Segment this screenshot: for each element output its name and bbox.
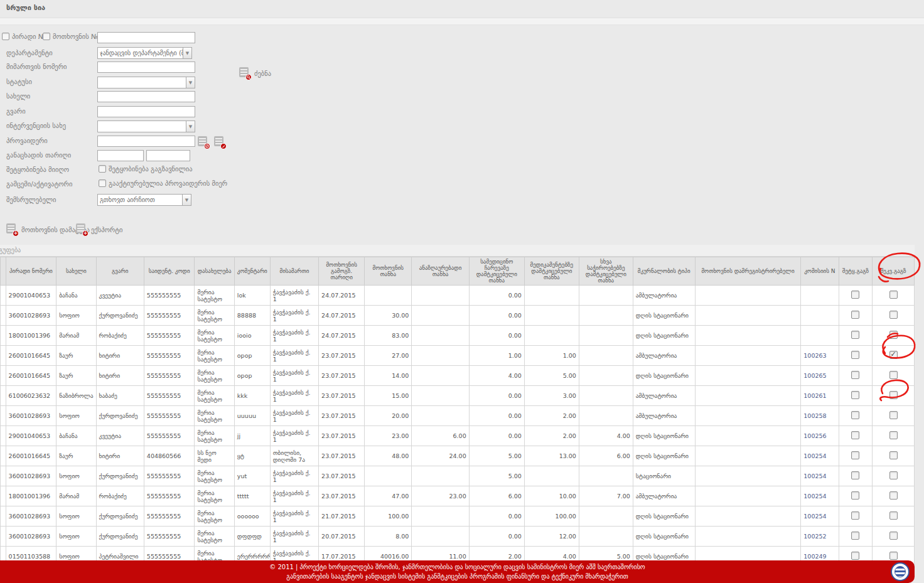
notif-sent-checkbox[interactable] bbox=[851, 331, 859, 339]
cell-code: 555555555 bbox=[144, 306, 195, 326]
column-header[interactable]: კომენტარი bbox=[234, 257, 270, 286]
executor-select[interactable]: გთხოვთ აირჩიოთ ▼ bbox=[97, 194, 191, 206]
table-row[interactable]: 29001040653ბაჩანაკვეუტია555555555მერია ს… bbox=[1, 426, 915, 446]
activated-by-provider-checkbox[interactable] bbox=[99, 179, 106, 187]
last-name-input[interactable] bbox=[97, 106, 195, 117]
footer: © 2011 | პროექტი ხორციელდება შრომის, ჯან… bbox=[0, 560, 915, 583]
cell-org: მერია სატესტო bbox=[195, 486, 234, 506]
column-header[interactable]: შეკვ.გაგზ bbox=[873, 257, 915, 286]
notif-sent-checkbox[interactable] bbox=[851, 431, 859, 439]
notif-sent-checkbox[interactable] bbox=[851, 351, 859, 359]
grid-group-bar[interactable]: ჯგუფება bbox=[0, 245, 915, 257]
order-sent-checkbox[interactable] bbox=[889, 311, 898, 319]
notif-sent-checkbox[interactable] bbox=[851, 491, 859, 500]
column-header[interactable]: კომისიის N bbox=[801, 257, 839, 286]
order-sent-checkbox[interactable] bbox=[889, 351, 898, 359]
notification-sent-checkbox[interactable] bbox=[99, 165, 106, 173]
order-sent-checkbox[interactable] bbox=[889, 451, 898, 459]
order-sent-checkbox[interactable] bbox=[889, 532, 898, 540]
column-header[interactable]: სხვა საჭიროებებზე დამტკიცებული თანხა bbox=[579, 257, 633, 286]
notif-sent-checkbox[interactable] bbox=[851, 411, 859, 419]
order-sent-checkbox[interactable] bbox=[889, 431, 898, 439]
intervention-type-select[interactable]: ▼ bbox=[97, 120, 195, 132]
table-row[interactable]: 18001001396მარიამრობაქიძე555555555მერია … bbox=[1, 326, 915, 346]
request-no-checkbox-label[interactable]: მოთხოვნის № bbox=[43, 33, 98, 40]
notif-sent-checkbox[interactable] bbox=[851, 552, 859, 560]
column-header[interactable]: სამედიცინო ჩარევაზე დამტკიცებული თანხა bbox=[469, 257, 524, 286]
status-select[interactable]: ▼ bbox=[97, 77, 195, 88]
cell-comment: lok bbox=[234, 286, 270, 306]
department-select[interactable]: ჯანდაცვის დეპარტამენტი (მერ ▼ bbox=[97, 47, 192, 59]
provider-input[interactable] bbox=[97, 136, 195, 147]
notif-sent-checkbox[interactable] bbox=[851, 391, 859, 399]
cell-medical: 4.00 bbox=[469, 366, 524, 386]
table-row[interactable]: 26001016645ზაურხიტირი404860566სს ნეო მედ… bbox=[1, 446, 915, 466]
column-header[interactable]: პირადი ნომერი bbox=[6, 257, 56, 286]
table-row[interactable]: 26001016645ზაურხიტირი555555555მერია სატე… bbox=[1, 366, 915, 386]
column-header[interactable]: მისამართი bbox=[270, 257, 318, 286]
column-header[interactable]: მოთხოვნის დამრეგისტრირებელი bbox=[695, 257, 801, 286]
order-sent-checkbox[interactable] bbox=[889, 511, 898, 520]
personal-no-checkbox[interactable] bbox=[2, 33, 9, 40]
table-row[interactable]: 61006023632ნაზიბროლახაბაძე555555555მერია… bbox=[1, 386, 915, 406]
notification-sent-checkbox-label[interactable]: შეტყობინება გაგზავნილია bbox=[99, 165, 193, 173]
table-row[interactable]: 18001001396მარიამრობაქიძე555555555მერია … bbox=[1, 486, 915, 506]
order-sent-checkbox[interactable] bbox=[889, 471, 898, 479]
table-row[interactable]: 36001028693სოფიოქურდოვანიძე555555555მერი… bbox=[1, 466, 915, 486]
cell-order-sent-checkbox bbox=[873, 386, 915, 406]
column-header[interactable]: დასახელება bbox=[195, 257, 234, 286]
order-sent-checkbox[interactable] bbox=[889, 391, 898, 399]
application-date-from-input[interactable] bbox=[97, 150, 144, 161]
column-header[interactable]: საიდენტ. კოდი bbox=[144, 257, 195, 286]
notif-sent-checkbox[interactable] bbox=[851, 371, 859, 379]
column-header[interactable]: გვარი bbox=[96, 257, 144, 286]
cell-comment: kkk bbox=[234, 386, 270, 406]
chevron-down-icon: ▼ bbox=[182, 195, 191, 205]
column-header[interactable]: მკურნალობის ტიპი bbox=[633, 257, 695, 286]
cell-notif-sent-checkbox bbox=[839, 286, 873, 306]
notif-sent-checkbox[interactable] bbox=[851, 311, 859, 319]
export-button[interactable]: + ექსპორტი bbox=[76, 223, 122, 235]
cell-other: 7.00 bbox=[579, 486, 633, 506]
table-row[interactable]: 29001040653ბაჩანაკვეუტია555555555მერია ს… bbox=[1, 286, 915, 306]
table-row[interactable]: 36001028693სოფიოქურდოვანიძე555555555მერი… bbox=[1, 306, 915, 326]
table-row[interactable]: 36001028693სოფიოქურდოვანიძე555555555მერი… bbox=[1, 406, 915, 426]
activated-by-provider-checkbox-label[interactable]: გააქტიურებულია პროვაიდერის მიერ bbox=[99, 179, 227, 187]
provider-edit-icon[interactable] bbox=[214, 136, 226, 148]
order-sent-checkbox[interactable] bbox=[889, 491, 898, 500]
order-sent-checkbox[interactable] bbox=[889, 291, 898, 299]
cell-comment: opop bbox=[234, 346, 270, 366]
cell-reimbursable bbox=[412, 346, 469, 366]
column-header[interactable]: მედიკამენტებზე დამტკიცებული თანხა bbox=[524, 257, 579, 286]
notif-sent-checkbox[interactable] bbox=[851, 291, 859, 299]
personal-no-checkbox-label[interactable]: პირადი № bbox=[2, 33, 45, 40]
notif-sent-checkbox[interactable] bbox=[851, 511, 859, 520]
order-sent-checkbox[interactable] bbox=[889, 331, 898, 339]
table-row[interactable]: 36001028693სოფიოქურდოვანიძე555555555მერი… bbox=[1, 527, 915, 547]
column-header[interactable]: მოთხოვნის გამოგზ. თარიღი bbox=[319, 257, 365, 286]
application-date-to-input[interactable] bbox=[146, 150, 190, 161]
search-button[interactable]: ძებნა bbox=[239, 67, 271, 79]
notif-sent-checkbox[interactable] bbox=[851, 451, 859, 459]
table-row[interactable]: 26001016645ზაურხიტირი555555555მერია სატე… bbox=[1, 346, 915, 366]
first-name-input[interactable] bbox=[97, 91, 195, 102]
row-selector-cell bbox=[1, 527, 6, 547]
request-no-checkbox[interactable] bbox=[43, 33, 50, 40]
column-header[interactable]: მოთხოვნის თანხა bbox=[365, 257, 412, 286]
column-header[interactable] bbox=[1, 257, 6, 286]
column-header[interactable]: ანაზღაურებადი თანხა bbox=[412, 257, 469, 286]
cell-code: 555555555 bbox=[144, 326, 195, 346]
notif-sent-checkbox[interactable] bbox=[851, 471, 859, 479]
order-sent-checkbox[interactable] bbox=[889, 371, 898, 379]
column-header[interactable]: სახელი bbox=[56, 257, 96, 286]
cell-other bbox=[579, 406, 633, 426]
provider-clear-icon[interactable] bbox=[198, 136, 210, 148]
table-row[interactable]: 36001028693სოფიოქურდოვანიძე555555555მერი… bbox=[1, 506, 915, 527]
number-search-input[interactable] bbox=[97, 32, 195, 43]
order-sent-checkbox[interactable] bbox=[889, 552, 898, 560]
cell-registrar bbox=[695, 386, 801, 406]
column-header[interactable]: შეტყ.გაგზ bbox=[839, 257, 873, 286]
referral-no-input[interactable] bbox=[97, 62, 195, 73]
order-sent-checkbox[interactable] bbox=[889, 411, 898, 419]
notif-sent-checkbox[interactable] bbox=[851, 532, 859, 540]
